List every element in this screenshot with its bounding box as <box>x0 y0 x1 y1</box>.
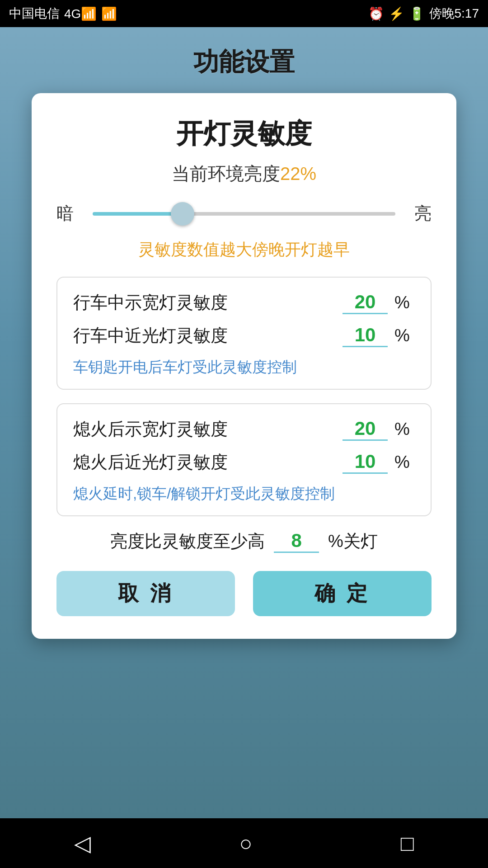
wifi-icon: 📶 <box>101 6 117 21</box>
field2-row: 行车中近光灯灵敏度 % <box>73 324 415 347</box>
status-bar: 中国电信 4G📶 📶 ⏰ ⚡ 🔋 傍晚5:17 <box>0 0 488 27</box>
slider-row: 暗 亮 <box>56 202 432 225</box>
brightness-value: 22% <box>280 164 316 184</box>
slider-max-label: 亮 <box>404 202 432 225</box>
home-button[interactable]: ○ <box>239 831 252 856</box>
brightness-info: 当前环境亮度22% <box>56 161 432 186</box>
section2-note: 熄火延时,锁车/解锁开灯受此灵敏度控制 <box>73 484 415 504</box>
field1-row: 行车中示宽灯灵敏度 % <box>73 291 415 314</box>
background-area: 功能设置 开灯灵敏度 当前环境亮度22% 暗 亮 灵敏度数值越大傍晚开灯越早 行… <box>0 27 488 818</box>
driving-low-input[interactable] <box>343 324 388 347</box>
confirm-button[interactable]: 确 定 <box>253 571 432 616</box>
time-display: 傍晚5:17 <box>429 5 479 22</box>
status-left: 中国电信 4G📶 📶 <box>9 5 117 22</box>
driving-low-unit: % <box>394 326 415 345</box>
battery-icon: 🔋 <box>409 6 425 21</box>
nav-bar: ◁ ○ □ <box>0 818 488 868</box>
slider-min-label: 暗 <box>56 202 84 225</box>
driving-width-input[interactable] <box>343 291 388 314</box>
bottom-field-row: 亮度比灵敏度至少高 %关灯 <box>56 530 432 553</box>
recent-button[interactable]: □ <box>401 831 414 856</box>
brightness-slider[interactable] <box>93 212 395 216</box>
button-row: 取 消 确 定 <box>56 571 432 616</box>
bottom-field-left-label: 亮度比灵敏度至少高 <box>110 530 265 553</box>
bottom-field-unit: %关灯 <box>328 530 378 553</box>
stall-width-unit: % <box>394 420 415 439</box>
page-title: 功能设置 <box>193 45 295 80</box>
signal-icon: 4G📶 <box>64 6 97 21</box>
driving-width-unit: % <box>394 293 415 312</box>
stall-width-input[interactable] <box>343 418 388 441</box>
slider-container[interactable] <box>93 203 395 225</box>
section1-box: 行车中示宽灯灵敏度 % 行车中近光灯灵敏度 % 车钥匙开电后车灯受此灵敏度控制 <box>56 277 432 390</box>
brightness-offset-input[interactable] <box>274 530 319 553</box>
dialog-title: 开灯灵敏度 <box>56 116 432 152</box>
brightness-label: 当前环境亮度 <box>172 164 280 184</box>
cancel-button[interactable]: 取 消 <box>56 571 235 616</box>
section2-box: 熄火后示宽灯灵敏度 % 熄火后近光灯灵敏度 % 熄火延时,锁车/解锁开灯受此灵敏… <box>56 403 432 516</box>
driving-low-label: 行车中近光灯灵敏度 <box>73 324 336 347</box>
back-button[interactable]: ◁ <box>74 830 91 856</box>
status-right: ⏰ ⚡ 🔋 傍晚5:17 <box>368 5 479 22</box>
stall-low-unit: % <box>394 453 415 472</box>
driving-width-label: 行车中示宽灯灵敏度 <box>73 291 336 314</box>
field4-row: 熄火后近光灯灵敏度 % <box>73 451 415 474</box>
stall-width-label: 熄火后示宽灯灵敏度 <box>73 418 336 441</box>
field3-row: 熄火后示宽灯灵敏度 % <box>73 418 415 441</box>
bluetooth-icon: ⚡ <box>389 6 404 21</box>
dialog: 开灯灵敏度 当前环境亮度22% 暗 亮 灵敏度数值越大傍晚开灯越早 行车中示宽灯… <box>32 93 456 639</box>
stall-low-input[interactable] <box>343 451 388 474</box>
carrier-text: 中国电信 <box>9 5 60 22</box>
hint-text: 灵敏度数值越大傍晚开灯越早 <box>56 239 432 261</box>
alarm-icon: ⏰ <box>368 6 384 21</box>
stall-low-label: 熄火后近光灯灵敏度 <box>73 451 336 474</box>
section1-note: 车钥匙开电后车灯受此灵敏度控制 <box>73 357 415 377</box>
